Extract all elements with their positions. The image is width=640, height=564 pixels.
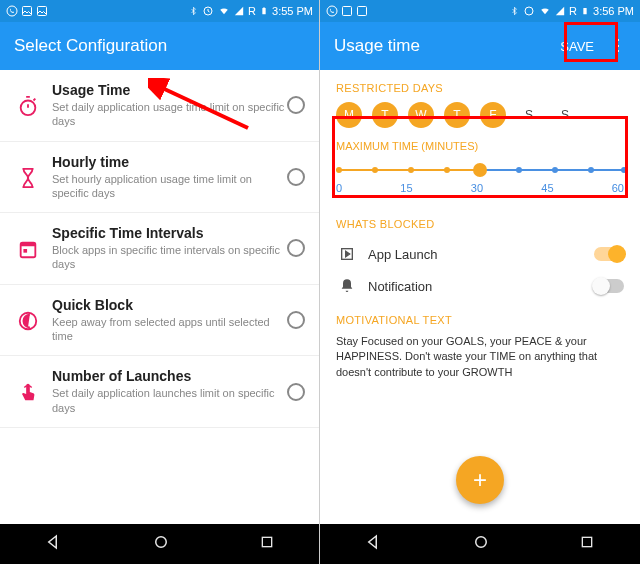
day-chip-sat[interactable]: S [516,102,542,128]
item-subtitle: Set daily application usage time limit o… [52,100,287,129]
svg-rect-16 [358,7,367,16]
home-icon[interactable] [152,533,170,555]
image-icon [341,5,353,17]
day-chip-sun[interactable]: S [552,102,578,128]
blocked-notification[interactable]: Notification [320,270,640,302]
image-icon [356,5,368,17]
item-title: Hourly time [52,154,287,170]
status-bar: R 3:56 PM [320,0,640,22]
slider-label: 60 [612,182,624,194]
svg-rect-18 [583,8,586,14]
svg-point-20 [476,537,487,548]
max-time-header: MAXIMUM TIME (MINUTES) [336,140,624,162]
tap-icon [12,380,44,404]
svg-rect-9 [23,249,27,253]
time-slider[interactable] [336,162,624,178]
svg-point-14 [327,6,337,16]
svg-point-0 [7,6,17,16]
rotate-icon [202,5,214,17]
network-label: R [569,5,577,17]
blocked-label: App Launch [358,247,594,262]
appbar-title: Usage time [334,36,420,56]
fab-add[interactable]: + [456,456,504,504]
bluetooth-icon [189,5,198,17]
day-chip-tue[interactable]: T [372,102,398,128]
radio-button[interactable] [287,239,305,257]
slider-label: 0 [336,182,342,194]
status-bar: R 3:55 PM [0,0,319,22]
whatsapp-icon [6,5,18,17]
item-title: Quick Block [52,297,287,313]
wifi-icon [218,6,230,16]
motivational-text: Stay Focused on your GOALS, your PEACE &… [320,334,640,380]
svg-rect-21 [583,537,592,546]
whatsapp-icon [326,5,338,17]
day-chip-fri[interactable]: F [480,102,506,128]
recent-icon[interactable] [579,534,595,554]
launch-icon [336,246,358,262]
svg-rect-5 [263,7,264,8]
back-icon[interactable] [365,533,383,555]
radio-button[interactable] [287,311,305,329]
back-icon[interactable] [45,533,63,555]
nav-bar [0,524,319,564]
config-specific-intervals[interactable]: Specific Time Intervals Block apps in sp… [0,213,319,285]
item-title: Specific Time Intervals [52,225,287,241]
day-chip-wed[interactable]: W [408,102,434,128]
battery-icon [260,5,268,17]
image-icon [36,5,48,17]
svg-rect-12 [262,537,271,546]
item-subtitle: Set daily application launches limit on … [52,386,287,415]
svg-rect-2 [38,7,47,16]
appbar-title: Select Configuration [14,36,167,56]
slider-label: 15 [400,182,412,194]
calendar-icon [12,236,44,260]
svg-rect-15 [343,7,352,16]
moon-icon [12,308,44,332]
motivational-header: MOTIVATIONAL TEXT [320,302,640,334]
nav-bar [320,524,640,564]
day-chip-mon[interactable]: M [336,102,362,128]
restricted-days-header: RESTRICTED DAYS [320,70,640,102]
stopwatch-icon [12,93,44,117]
svg-point-11 [155,537,166,548]
blocked-label: Notification [358,279,594,294]
item-title: Usage Time [52,82,287,98]
network-label: R [248,5,256,17]
clock-label: 3:55 PM [272,5,313,17]
slider-label: 30 [471,182,483,194]
item-title: Number of Launches [52,368,287,384]
wifi-icon [539,6,551,16]
svg-point-17 [525,7,533,15]
day-chip-thu[interactable]: T [444,102,470,128]
config-number-launches[interactable]: Number of Launches Set daily application… [0,356,319,428]
more-icon[interactable]: ⋮ [610,38,626,54]
toggle-app-launch[interactable] [594,247,624,261]
rotate-icon [523,5,535,17]
days-row: M T W T F S S [320,102,640,140]
item-subtitle: Set hourly application usage time limit … [52,172,287,201]
app-bar: Select Configuration [0,22,319,70]
toggle-notification[interactable] [594,279,624,293]
radio-button[interactable] [287,96,305,114]
config-quick-block[interactable]: Quick Block Keep away from selected apps… [0,285,319,357]
blocked-app-launch[interactable]: App Launch [320,238,640,270]
radio-button[interactable] [287,383,305,401]
recent-icon[interactable] [259,534,275,554]
save-button[interactable]: SAVE [548,29,606,64]
svg-rect-1 [23,7,32,16]
bell-icon [336,278,358,294]
radio-button[interactable] [287,168,305,186]
svg-rect-4 [262,8,265,14]
config-hourly-time[interactable]: Hourly time Set hourly application usage… [0,142,319,214]
slider-thumb[interactable] [473,163,487,177]
bluetooth-icon [510,5,519,17]
home-icon[interactable] [472,533,490,555]
whats-blocked-header: WHATS BLOCKED [320,206,640,238]
signal-icon [234,6,244,16]
battery-icon [581,5,589,17]
image-icon [21,5,33,17]
config-usage-time[interactable]: Usage Time Set daily application usage t… [0,70,319,142]
svg-rect-8 [21,243,36,247]
item-subtitle: Block apps in specific time intervals on… [52,243,287,272]
